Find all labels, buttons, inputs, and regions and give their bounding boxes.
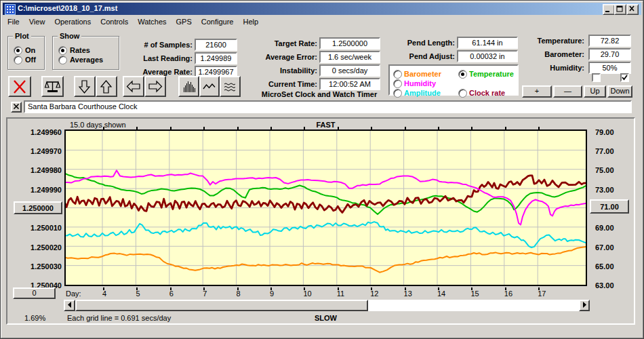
plot-on-radio[interactable]: [14, 46, 22, 55]
clear-name-button[interactable]: [11, 102, 22, 113]
plus-button[interactable]: +: [522, 85, 552, 98]
average-error-field: 1.6 sec/week: [319, 51, 380, 63]
target-rate-field: 1.2500000: [319, 37, 380, 49]
day-tick-label: 15: [470, 290, 479, 298]
amplitude-radio[interactable]: [393, 89, 402, 98]
minus-button[interactable]: —: [553, 85, 582, 98]
clock-rate-option-label: Clock rate: [469, 89, 505, 97]
show-rates-label: Rates: [70, 46, 90, 54]
menu-gps[interactable]: GPS: [172, 16, 197, 26]
current-time-field: 12:00:52 AM: [319, 78, 380, 90]
humidity-radio[interactable]: [393, 79, 402, 88]
scroll-right-button[interactable]: [579, 300, 590, 311]
day-tick-label: 5: [136, 290, 140, 298]
plot-off-label: Off: [25, 56, 36, 64]
last-reading-field: 1.249989: [195, 52, 237, 64]
day-tick-label: 14: [437, 290, 445, 298]
menu-watches[interactable]: Watches: [133, 16, 171, 26]
clock-rate-radio[interactable]: [458, 89, 467, 98]
day-tick-label: 16: [504, 290, 512, 298]
right-axis-8: 63.00: [595, 281, 633, 290]
left-axis-1: 1.249970: [21, 147, 62, 155]
line-plot-button[interactable]: [199, 76, 220, 97]
instability-field: 0 secs/day: [319, 64, 380, 77]
balance-button[interactable]: [41, 76, 64, 97]
minimize-button[interactable]: [603, 4, 615, 15]
day-tick-label: 9: [270, 290, 274, 298]
barometer-label: Barometer:: [502, 50, 584, 58]
slow-label: SLOW: [64, 314, 587, 322]
menu-view[interactable]: View: [24, 16, 50, 26]
series-amplitude: [66, 222, 586, 247]
scrollbar-thumb[interactable]: [75, 300, 368, 311]
temperature-radio[interactable]: [458, 70, 467, 79]
average-rate-label: Average Rate:: [109, 68, 193, 76]
day-tick-label: 10: [303, 290, 311, 298]
maximize-button[interactable]: [614, 4, 626, 15]
app-title: MicroSet Clock and Watch Timer: [255, 90, 384, 98]
day-tick-label: 6: [169, 290, 174, 298]
scroll-left-button[interactable]: [64, 300, 75, 311]
zero-button[interactable]: 0: [13, 287, 56, 299]
trace-selector-box: Barometer Humidity Amplitude Temperature…: [388, 64, 519, 96]
temperature-label: Temperature:: [502, 37, 584, 45]
menu-operations[interactable]: Operations: [49, 16, 96, 26]
day-tick-label: 11: [337, 290, 344, 298]
show-averages-radio[interactable]: [58, 56, 67, 64]
samples-label: # of Samples:: [109, 41, 193, 49]
checkbox-right[interactable]: [620, 73, 629, 82]
app-window: C:\microset\2018_10_17.mst FileViewOpera…: [0, 0, 644, 339]
up-button[interactable]: Up: [584, 85, 606, 98]
title-bar[interactable]: C:\microset\2018_10_17.mst: [3, 3, 641, 15]
humidity-option-label: Humidity: [404, 79, 436, 87]
left-axis-2: 1.249980: [21, 166, 62, 174]
close-button[interactable]: [626, 4, 639, 15]
left-axis-6: 1.250020: [21, 243, 62, 252]
left-axis-7: 1.250030: [21, 262, 62, 271]
right-axis-5: 69.00: [595, 224, 633, 232]
barometer-field: 29.70: [588, 48, 631, 60]
day-tick-label: 4: [102, 290, 106, 298]
window-title: C:\microset\2018_10_17.mst: [18, 4, 117, 12]
menu-help[interactable]: Help: [239, 16, 264, 26]
barometer-radio[interactable]: [393, 70, 402, 79]
arrow-left-button[interactable]: [123, 76, 144, 97]
arrow-down-button[interactable]: [74, 76, 96, 97]
left-axis-5: 1.250010: [21, 224, 62, 232]
amplitude-option-label: Amplitude: [404, 89, 441, 97]
histogram-button[interactable]: [178, 76, 199, 97]
average-error-label: Average Error:: [235, 53, 317, 61]
smooth-plot-button[interactable]: [220, 76, 241, 97]
day-axis-title: Day:: [66, 290, 81, 298]
right-axis-3: 73.00: [595, 186, 633, 194]
plot-on-label: On: [25, 46, 35, 54]
right-axis-2: 75.00: [595, 166, 633, 174]
day-tick-label: 8: [237, 290, 241, 298]
plot-area[interactable]: [64, 129, 587, 286]
right-axis-center-button[interactable]: 71.00: [590, 199, 629, 214]
current-time-label: Current Time:: [235, 80, 317, 88]
menu-bar: FileViewOperationsControlsWatchesGPSConf…: [3, 16, 641, 28]
checkbox-left[interactable]: [592, 73, 601, 82]
plot-off-radio[interactable]: [14, 56, 22, 64]
menu-file[interactable]: File: [3, 16, 24, 26]
left-axis-center-button[interactable]: 1.250000: [14, 201, 62, 214]
plot-group-legend: Plot: [13, 32, 31, 40]
series-barometer: [66, 247, 586, 273]
day-tick-label: 7: [203, 290, 207, 298]
day-tick-label: 13: [404, 290, 412, 298]
menu-configure[interactable]: Configure: [197, 16, 239, 26]
arrow-up-button[interactable]: [96, 76, 117, 97]
delete-button[interactable]: [8, 76, 31, 97]
last-reading-label: Last Reading:: [109, 54, 193, 62]
samples-field: 21600: [195, 39, 237, 51]
arrow-right-button[interactable]: [144, 76, 166, 97]
temperature-field: 72.82: [588, 35, 631, 47]
app-icon: [5, 4, 16, 15]
down-button[interactable]: Down: [607, 85, 632, 98]
humidity-field: 50%: [588, 62, 631, 74]
clock-name-input[interactable]: Santa Barbara Courthouse Clock: [24, 100, 632, 113]
menu-controls[interactable]: Controls: [96, 16, 133, 26]
show-rates-radio[interactable]: [58, 46, 67, 55]
day-tick-label: 17: [538, 290, 546, 298]
